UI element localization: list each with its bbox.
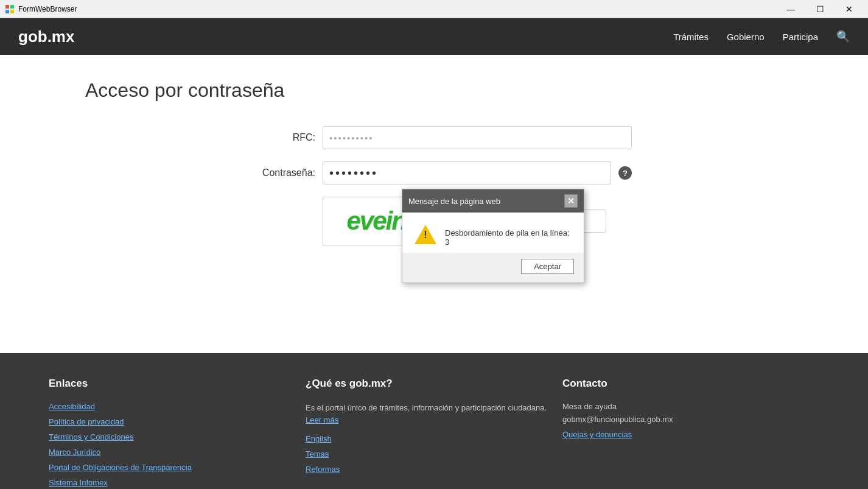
page-title: Acceso por contraseña [85,79,868,102]
modal-close-button[interactable]: ✕ [564,194,578,208]
password-input[interactable]: •••••••• [323,161,611,185]
svg-rect-0 [5,5,9,9]
svg-rect-1 [10,5,14,9]
svg-rect-3 [10,10,14,13]
footer-about-reformas[interactable]: Reformas [306,465,562,474]
maximize-button[interactable]: ☐ [806,0,834,18]
footer-about-desc: Es el portal único de trámites, informac… [306,402,562,426]
password-row: Contraseña: •••••••• ? [236,161,632,185]
modal-accept-button[interactable]: Aceptar [521,259,574,274]
footer-about-title: ¿Qué es gob.mx? [306,378,562,390]
footer-link-marco[interactable]: Marco Jurídico [49,448,306,457]
warning-icon: ! [415,225,436,247]
footer: Enlaces Accesibilidad Política de privac… [0,353,868,489]
site-logo[interactable]: gob.mx [18,27,74,46]
modal-message: Desbordamiento de pila en la línea: 3 [445,225,572,247]
app-icon [5,4,15,14]
modal-header: Mensaje de la página web ✕ [402,189,584,213]
footer-contact-col: Contacto Mesa de ayuda gobmx@funcionpubl… [562,378,819,489]
footer-link-privacidad[interactable]: Política de privacidad [49,417,306,426]
footer-link-infomex[interactable]: Sistema Infomex [49,478,306,487]
footer-about-col: ¿Qué es gob.mx? Es el portal único de tr… [306,378,562,489]
footer-links-title: Enlaces [49,378,306,390]
footer-link-accesibilidad[interactable]: Accesibilidad [49,402,306,411]
footer-links-col: Enlaces Accesibilidad Política de privac… [49,378,306,489]
footer-about-english[interactable]: English [306,434,562,443]
title-bar-left: FormWebBrowser [5,4,77,14]
modal-footer: Aceptar [402,253,584,283]
password-label: Contraseña: [236,167,315,178]
password-help-icon[interactable]: ? [618,166,632,180]
modal-title: Mensaje de la página web [408,197,500,206]
rfc-label: RFC: [236,132,315,143]
footer-leer-mas[interactable]: Leer más [306,415,338,424]
footer-about-temas[interactable]: Temas [306,449,562,459]
svg-rect-2 [5,10,9,13]
footer-link-terminos[interactable]: Términos y Condiciones [49,432,306,442]
footer-contact-help: Mesa de ayuda [562,402,819,411]
nav-tramites[interactable]: Trámites [673,32,709,42]
footer-contact-complaints[interactable]: Quejas y denuncias [562,430,819,439]
rfc-row: RFC: [236,126,632,149]
nav-gobierno[interactable]: Gobierno [727,32,765,42]
title-bar: FormWebBrowser — ☐ ✕ [0,0,868,18]
nav-links: Trámites Gobierno Participa 🔍 [673,30,850,43]
footer-link-portal[interactable]: Portal de Obligaciones de Transparencia [49,463,306,472]
footer-contact-email: gobmx@funcionpublica.gob.mx [562,415,819,424]
top-nav: gob.mx Trámites Gobierno Participa 🔍 [0,18,868,55]
title-bar-controls: — ☐ ✕ [777,0,863,18]
alert-modal: Mensaje de la página web ✕ ! Desbordamie… [402,189,584,283]
close-button[interactable]: ✕ [835,0,863,18]
search-icon[interactable]: 🔍 [836,30,850,43]
minimize-button[interactable]: — [777,0,805,18]
nav-participa[interactable]: Participa [783,32,818,42]
modal-body: ! Desbordamiento de pila en la línea: 3 [402,213,584,253]
app-title: FormWebBrowser [18,5,77,13]
rfc-input[interactable] [323,126,632,149]
warning-exclamation: ! [424,230,427,241]
footer-contact-title: Contacto [562,378,819,390]
